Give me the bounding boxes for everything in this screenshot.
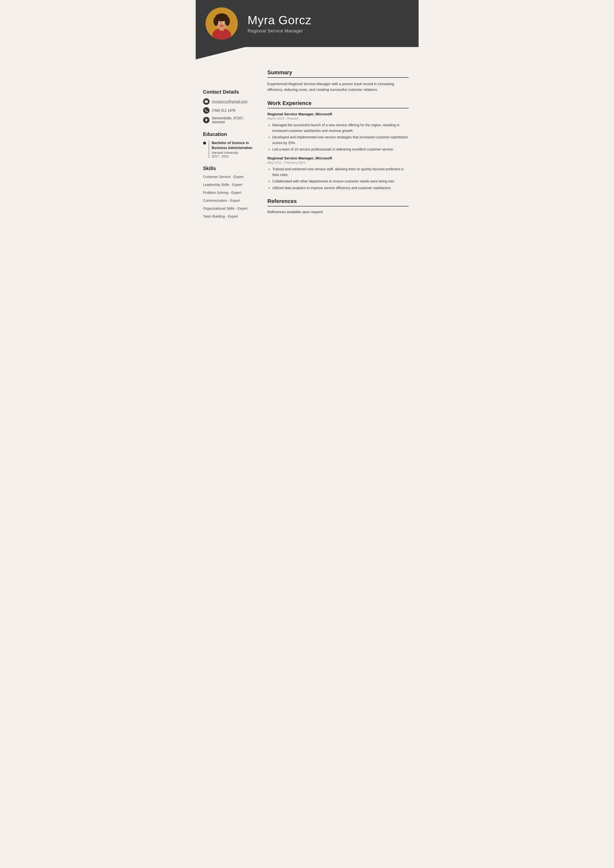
skill-item: Communication - Expert [203, 198, 253, 204]
education-section: Education Bachelor of Science in Busines… [203, 132, 253, 158]
edu-years: 2017 - 2021 [212, 155, 253, 158]
svg-point-6 [225, 17, 230, 26]
location-value: Demondside, 97207, Vermont [212, 116, 253, 124]
location-icon [203, 117, 210, 123]
svg-point-5 [213, 17, 218, 26]
job-bullets: Trained and mentored new service staff, … [267, 166, 409, 191]
job-bullets: Managed the successful launch of a new s… [267, 122, 409, 152]
header-text: Myra Gorcz Regional Service Manager [248, 13, 312, 34]
references-text: References available upon request [267, 210, 409, 214]
skills-list: Customer Service - ExpertLeadership Skil… [203, 175, 253, 220]
jobs-list: Regional Service Manager, MicrosoftMarch… [267, 112, 409, 191]
avatar [205, 8, 238, 40]
resume-header: Myra Gorcz Regional Service Manager [196, 0, 418, 47]
location-contact: Demondside, 97207, Vermont [203, 116, 253, 124]
email-value[interactable]: myragorcz@gmail.com [212, 99, 247, 104]
skills-title: Skills [203, 166, 253, 171]
candidate-title: Regional Service Manager [248, 28, 312, 34]
email-contact: myragorcz@gmail.com [203, 98, 253, 105]
job-dates: March 2023 - Present [267, 116, 409, 120]
contact-section: Contact Details myragorcz@gmail.com (784… [203, 89, 253, 124]
skill-item: Team Building - Expert [203, 214, 253, 220]
resume-wrapper: Myra Gorcz Regional Service Manager Cont… [196, 0, 418, 315]
edu-bullet-icon [203, 142, 206, 144]
phone-value: (784) 511 1976 [212, 108, 236, 112]
sidebar: Contact Details myragorcz@gmail.com (784… [196, 59, 260, 237]
work-experience-section: Work Experience Regional Service Manager… [267, 100, 409, 191]
summary-section: Summary Experienced Regional Service Man… [267, 69, 409, 93]
skill-item: Organizational Skills - Expert [203, 206, 253, 212]
summary-title: Summary [267, 69, 409, 78]
svg-point-9 [219, 22, 220, 23]
edu-degree: Bachelor of Science in Business Administ… [212, 141, 253, 150]
job-bullet: Managed the successful launch of a new s… [272, 122, 409, 133]
phone-contact: (784) 511 1976 [203, 107, 253, 114]
job-bullet: Collaborated with other departments to e… [272, 178, 409, 184]
skill-item: Customer Service - Expert [203, 175, 253, 180]
references-title: References [267, 198, 409, 206]
education-item: Bachelor of Science in Business Administ… [203, 141, 253, 158]
job-bullet: Led a team of 10 service professionals i… [272, 147, 409, 152]
body-layout: Contact Details myragorcz@gmail.com (784… [196, 59, 418, 237]
references-section: References References available upon req… [267, 198, 409, 214]
main-content: Summary Experienced Regional Service Man… [260, 59, 418, 237]
job-bullet: Utilized data analytics to improve servi… [272, 185, 409, 191]
job-entry: Regional Service Manager, MicrosoftMarch… [267, 112, 409, 152]
candidate-name: Myra Gorcz [248, 13, 312, 27]
edu-institution: Harvard University [212, 151, 253, 155]
summary-text: Experienced Regional Service Manager wit… [267, 81, 409, 93]
skill-item: Leadership Skills - Expert [203, 183, 253, 188]
job-title: Regional Service Manager, Microsoft [267, 156, 409, 160]
contact-title: Contact Details [203, 89, 253, 95]
job-entry: Regional Service Manager, MicrosoftMay 2… [267, 156, 409, 191]
skill-item: Problem Solving - Expert [203, 191, 253, 196]
job-dates: May 2021 - February 2023 [267, 161, 409, 164]
job-bullet: Trained and mentored new service staff, … [272, 166, 409, 178]
edu-content: Bachelor of Science in Business Administ… [208, 141, 253, 158]
svg-point-10 [224, 22, 225, 23]
email-icon [203, 98, 210, 105]
skills-section: Skills Customer Service - ExpertLeadersh… [203, 166, 253, 220]
work-experience-title: Work Experience [267, 100, 409, 108]
job-bullet: Developed and implemented new service st… [272, 135, 409, 146]
svg-point-11 [220, 25, 224, 26]
phone-icon [203, 107, 210, 114]
education-title: Education [203, 132, 253, 137]
job-title: Regional Service Manager, Microsoft [267, 112, 409, 116]
